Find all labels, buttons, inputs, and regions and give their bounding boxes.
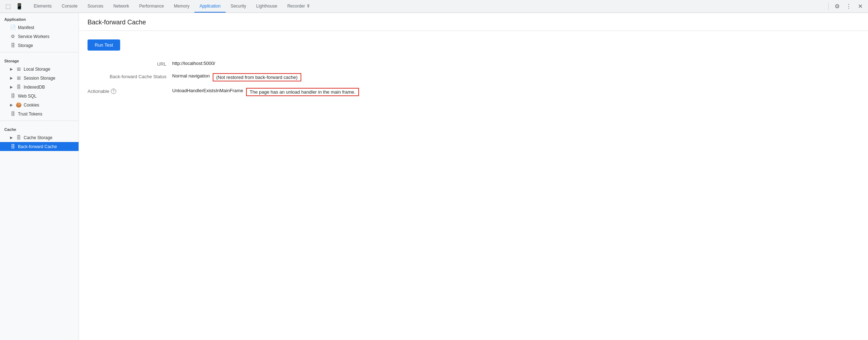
tab-performance[interactable]: Performance [134, 0, 169, 13]
sidebar-section-storage: Storage [0, 55, 79, 65]
tab-network[interactable]: Network [108, 0, 134, 13]
sidebar-item-cache-storage[interactable]: ▶ 🗄 Cache Storage [0, 133, 79, 142]
sidebar-item-cookies[interactable]: ▶ 🍪 Cookies [0, 100, 79, 109]
toolbar-icon-group: ⬚ 📱 [3, 1, 24, 11]
sidebar-item-trust-tokens-label: Trust Tokens [18, 112, 42, 117]
sidebar-item-trust-tokens[interactable]: 🗄 Trust Tokens [0, 109, 79, 118]
cache-storage-icon: 🗄 [16, 135, 22, 140]
bfc-not-restored-badge: (Not restored from back-forward cache) [213, 73, 301, 81]
sidebar-item-local-storage-label: Local Storage [24, 67, 50, 72]
cookies-icon: 🍪 [16, 102, 22, 108]
sidebar-item-storage-label: Storage [18, 43, 33, 48]
main-layout: Application 📄 Manifest ⚙ Service Workers… [0, 13, 868, 340]
content-body: Run Test URL http://localhost:5000/ Back… [79, 31, 868, 111]
settings-button[interactable]: ⚙ [832, 1, 842, 11]
local-storage-icon: ⊞ [16, 66, 22, 72]
service-workers-icon: ⚙ [10, 34, 16, 39]
toolbar-tabs: Elements Console Sources Network Perform… [29, 0, 826, 13]
gear-icon: ⚙ [835, 3, 840, 10]
actionable-key-text: UnloadHandlerExistsInMainFrame [172, 88, 243, 93]
sidebar-section-application: Application [0, 13, 79, 23]
sidebar-item-storage[interactable]: 🗄 Storage [0, 41, 79, 50]
content-area: Back-forward Cache Run Test URL http://l… [79, 13, 868, 340]
bfc-normal-nav-text: Normal navigation [172, 73, 210, 79]
sidebar-item-manifest[interactable]: 📄 Manifest [0, 23, 79, 32]
sidebar-item-indexeddb[interactable]: ▶ 🗄 IndexedDB [0, 82, 79, 91]
tab-console[interactable]: Console [57, 0, 82, 13]
sidebar-section-cache: Cache [0, 123, 79, 133]
run-test-button[interactable]: Run Test [88, 39, 120, 51]
device-icon: 📱 [16, 3, 23, 10]
web-sql-icon: 🗄 [10, 93, 16, 99]
expand-local-storage-icon: ▶ [10, 67, 13, 71]
sidebar-item-session-storage-label: Session Storage [24, 76, 55, 81]
sidebar-item-indexeddb-label: IndexedDB [24, 85, 45, 90]
sidebar-item-web-sql[interactable]: 🗄 Web SQL [0, 91, 79, 100]
sidebar-item-web-sql-label: Web SQL [18, 94, 37, 99]
sidebar-divider-2 [0, 121, 79, 121]
sidebar-item-cookies-label: Cookies [24, 103, 39, 108]
tab-sources[interactable]: Sources [82, 0, 108, 13]
actionable-value: UnloadHandlerExistsInMainFrame The page … [172, 88, 359, 96]
actionable-label-text: Actionable [88, 89, 109, 94]
actionable-message-badge: The page has an unload handler in the ma… [246, 88, 359, 96]
expand-indexeddb-icon: ▶ [10, 85, 13, 89]
sidebar-item-manifest-label: Manifest [18, 25, 34, 30]
sidebar-item-service-workers[interactable]: ⚙ Service Workers [0, 32, 79, 41]
bfc-status-row: Back-forward Cache Status Normal navigat… [88, 73, 859, 81]
content-header: Back-forward Cache [79, 13, 868, 31]
trust-tokens-icon: 🗄 [10, 111, 16, 117]
session-storage-icon: ⊞ [16, 75, 22, 81]
close-icon: ✕ [858, 3, 863, 10]
page-title: Back-forward Cache [88, 19, 859, 26]
manifest-icon: 📄 [10, 25, 16, 30]
help-icon[interactable]: ? [111, 89, 116, 94]
back-forward-cache-icon: 🗄 [10, 144, 16, 149]
close-devtools-button[interactable]: ✕ [855, 1, 865, 11]
tab-memory[interactable]: Memory [169, 0, 194, 13]
expand-cookies-icon: ▶ [10, 103, 13, 107]
url-value: http://localhost:5000/ [172, 61, 215, 66]
sidebar-item-back-forward-cache[interactable]: 🗄 Back-forward Cache [0, 142, 79, 151]
device-toggle-button[interactable]: 📱 [14, 1, 24, 11]
sidebar-item-session-storage[interactable]: ▶ ⊞ Session Storage [0, 74, 79, 82]
tab-security[interactable]: Security [226, 0, 251, 13]
expand-session-storage-icon: ▶ [10, 76, 13, 80]
sidebar-item-back-forward-cache-label: Back-forward Cache [18, 144, 57, 149]
inspect-icon: ⬚ [5, 3, 11, 10]
sidebar-item-cache-storage-label: Cache Storage [24, 135, 52, 140]
toolbar-actions: ⚙ ⋮ ✕ [826, 1, 865, 11]
sidebar: Application 📄 Manifest ⚙ Service Workers… [0, 13, 79, 340]
bfc-status-value: Normal navigation (Not restored from bac… [172, 73, 301, 81]
url-label: URL [88, 61, 166, 67]
url-row: URL http://localhost:5000/ [88, 61, 859, 67]
tab-recorder[interactable]: Recorder 🎙 [282, 0, 316, 13]
sidebar-divider-1 [0, 52, 79, 52]
storage-icon: 🗄 [10, 43, 16, 48]
expand-cache-storage-icon: ▶ [10, 136, 13, 140]
tab-elements[interactable]: Elements [29, 0, 57, 13]
sidebar-item-local-storage[interactable]: ▶ ⊞ Local Storage [0, 65, 79, 74]
tab-lighthouse[interactable]: Lighthouse [251, 0, 282, 13]
tab-application[interactable]: Application [194, 0, 226, 13]
more-icon: ⋮ [846, 3, 852, 10]
devtools-toolbar: ⬚ 📱 Elements Console Sources Network Per… [0, 0, 868, 13]
indexeddb-icon: 🗄 [16, 84, 22, 90]
sidebar-item-service-workers-label: Service Workers [18, 34, 49, 39]
more-options-button[interactable]: ⋮ [844, 1, 854, 11]
bfc-status-label: Back-forward Cache Status [88, 73, 166, 79]
actionable-row: Actionable ? UnloadHandlerExistsInMainFr… [88, 88, 859, 96]
actionable-label: Actionable ? [88, 88, 166, 94]
inspect-element-button[interactable]: ⬚ [3, 1, 13, 11]
